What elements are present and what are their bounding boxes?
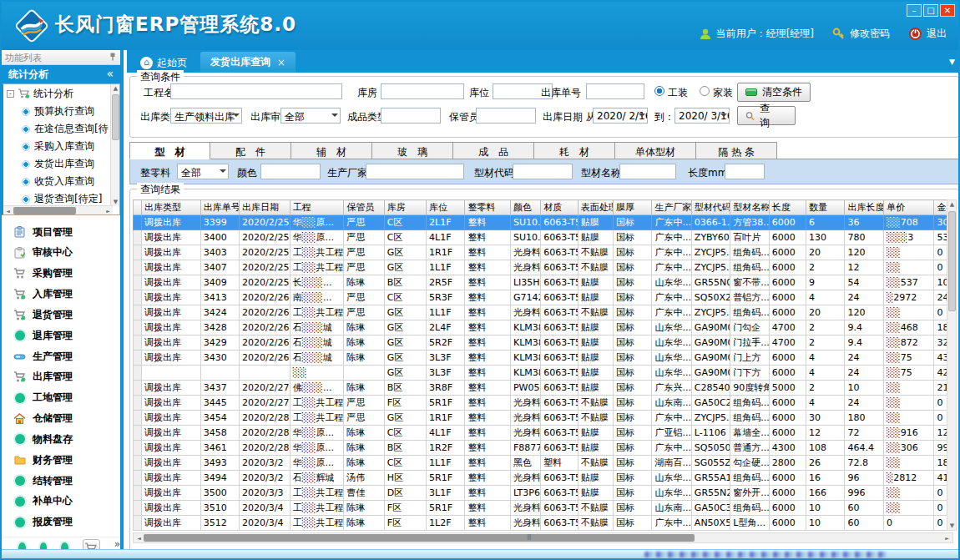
table-cell[interactable]: 严思: [344, 260, 384, 275]
table-cell[interactable]: 3L1F: [427, 486, 465, 501]
table-cell[interactable]: 6063-T5: [541, 501, 578, 516]
table-cell[interactable]: KLM3817: [510, 320, 540, 335]
table-cell[interactable]: 3407: [200, 260, 239, 275]
audit-select[interactable]: 全部: [280, 108, 341, 124]
table-cell[interactable]: 光身料: [510, 305, 540, 320]
table-cell[interactable]: 严思: [344, 230, 384, 245]
table-cell[interactable]: C28540B: [691, 381, 730, 396]
table-cell[interactable]: 陈琳: [344, 351, 384, 366]
table-cell[interactable]: 26: [806, 456, 845, 471]
table-cell[interactable]: ZYBY607: [691, 230, 730, 245]
table-cell[interactable]: G71422: [510, 290, 540, 305]
table-cell[interactable]: 国标: [614, 411, 652, 426]
table-cell[interactable]: 贴膜: [578, 290, 613, 305]
table-cell[interactable]: B区: [384, 381, 426, 396]
table-cell[interactable]: KLM3817: [510, 366, 540, 381]
table-cell[interactable]: 3494: [200, 471, 239, 486]
warehouse-input[interactable]: [381, 83, 464, 99]
table-cell[interactable]: 4700: [769, 320, 806, 335]
table-cell[interactable]: 山东南...: [652, 501, 691, 516]
table-cell[interactable]: 1L2F: [427, 516, 465, 531]
table-cell[interactable]: PW05: [510, 381, 540, 396]
table-cell[interactable]: SQ50X2...: [691, 290, 730, 305]
table-row[interactable]: 调拨出库34452020/2/27工░░共工程严思F区5R1F整料光身料6063…: [134, 396, 954, 411]
table-cell[interactable]: 勾企硬...: [730, 456, 769, 471]
table-cell[interactable]: F区: [384, 396, 426, 411]
table-cell[interactable]: 华░░原...: [290, 230, 344, 245]
table-cell[interactable]: 整料: [465, 471, 510, 486]
length-input[interactable]: [725, 164, 765, 179]
table-cell[interactable]: 华░░原...: [290, 215, 344, 230]
table-cell[interactable]: 2020/2/25: [240, 215, 291, 230]
table-cell[interactable]: LI35HD: [510, 275, 540, 290]
table-cell[interactable]: ░░: [883, 396, 934, 411]
table-cell[interactable]: 6: [806, 215, 845, 230]
table-cell[interactable]: 2020/3/4: [240, 516, 291, 531]
table-cell[interactable]: 2: [806, 381, 845, 396]
table-cell[interactable]: 6000: [769, 516, 806, 531]
table-cell[interactable]: 广东中...: [652, 215, 691, 230]
table-cell[interactable]: 1R1F: [427, 245, 465, 260]
table-cell[interactable]: 2L4F: [427, 320, 465, 335]
table-row[interactable]: 调拨出库34612020/2/28华░░原...陈琳B区1R2F整料F8877F…: [134, 441, 954, 456]
table-cell[interactable]: 2R5F: [427, 275, 465, 290]
table-cell[interactable]: ░░░3: [883, 230, 934, 245]
table-cell[interactable]: 光身料: [510, 471, 540, 486]
table-cell[interactable]: 6000: [769, 501, 806, 516]
table-cell[interactable]: 12: [806, 426, 845, 441]
column-header-1[interactable]: 出库单号: [200, 200, 239, 215]
table-cell[interactable]: G区: [384, 411, 426, 426]
table-cell[interactable]: 严思: [344, 245, 384, 260]
table-cell[interactable]: 整料: [465, 320, 510, 335]
material-tab-0[interactable]: 型 材: [129, 142, 210, 159]
table-cell[interactable]: GR55N02: [691, 275, 730, 290]
table-cell[interactable]: 方管38...: [730, 215, 769, 230]
table-cell[interactable]: 2020/2/26: [240, 290, 291, 305]
material-tab-4[interactable]: 成 品: [453, 142, 534, 159]
table-cell[interactable]: 整料: [465, 351, 510, 366]
table-cell[interactable]: 780: [845, 230, 883, 245]
table-cell[interactable]: 整料: [465, 335, 510, 351]
menu-item-0[interactable]: 项目管理: [2, 222, 120, 242]
table-cell[interactable]: G区: [384, 366, 426, 381]
table-cell[interactable]: SU10...: [510, 215, 540, 230]
table-cell[interactable]: ZYCJP5...: [691, 305, 730, 320]
table-row[interactable]: 调拨出库33992020/2/25华░░原...严思C区2L1F整料SU10..…: [134, 215, 954, 230]
table-cell[interactable]: ░░75: [883, 366, 934, 381]
table-cell[interactable]: 调拨出库: [142, 411, 201, 426]
table-cell[interactable]: KLM3817: [510, 351, 540, 366]
table-cell[interactable]: 108: [806, 441, 845, 456]
table-cell[interactable]: 6000: [769, 215, 806, 230]
section-header[interactable]: 统计分析 «: [2, 65, 120, 83]
table-cell[interactable]: 5R1F: [427, 471, 465, 486]
table-cell[interactable]: 工░░共工程: [290, 245, 344, 260]
table-cell[interactable]: 9.4: [845, 335, 883, 351]
table-cell[interactable]: 陈琳: [344, 275, 384, 290]
table-cell[interactable]: 普铝方...: [730, 290, 769, 305]
table-cell[interactable]: 4: [806, 351, 845, 366]
tab-close-icon[interactable]: ×: [277, 57, 285, 68]
table-cell[interactable]: ░░: [883, 305, 934, 320]
table-cell[interactable]: 调拨出库: [142, 486, 201, 501]
table-cell[interactable]: 24: [845, 351, 883, 366]
table-cell[interactable]: 调拨出库: [142, 471, 201, 486]
table-row[interactable]: 调拨出库34002020/2/25华░░原...严思C区4L1F整料SU10..…: [134, 230, 954, 245]
table-cell[interactable]: 3430: [200, 351, 239, 366]
table-cell[interactable]: 4: [806, 290, 845, 305]
table-cell[interactable]: ░░75: [883, 351, 934, 366]
table-cell[interactable]: 严思: [344, 290, 384, 305]
table-cell[interactable]: 4300: [769, 441, 806, 456]
table-cell[interactable]: 普通方...: [730, 441, 769, 456]
table-cell[interactable]: 6000: [769, 290, 806, 305]
column-header-6[interactable]: 库位: [427, 200, 465, 215]
table-cell[interactable]: GR55N26: [691, 486, 730, 501]
results-horizontal-scrollbar[interactable]: ◄ Ⅲ ►: [133, 532, 953, 543]
change-password-button[interactable]: 修改密码: [832, 27, 890, 41]
table-cell[interactable]: 6000: [769, 366, 806, 381]
table-cell[interactable]: 汤伟: [344, 471, 384, 486]
table-cell[interactable]: L-1106: [691, 426, 730, 441]
table-cell[interactable]: G区: [384, 260, 426, 275]
table-cell[interactable]: 国标: [614, 426, 652, 441]
table-cell[interactable]: 整料: [465, 305, 510, 320]
table-cell[interactable]: 陈琳: [344, 501, 384, 516]
